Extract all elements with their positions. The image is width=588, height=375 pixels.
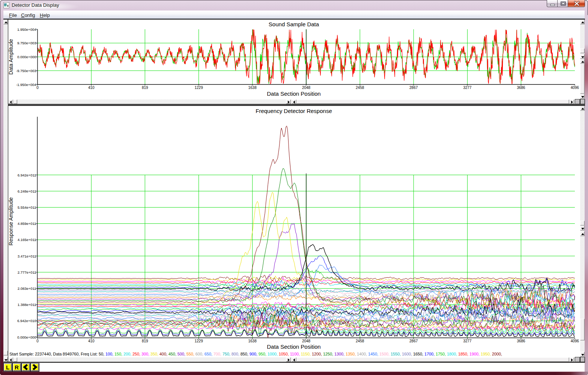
svg-text:410: 410	[88, 339, 95, 343]
svg-text:1638: 1638	[248, 86, 257, 90]
svg-text:819: 819	[142, 86, 148, 90]
svg-text:1.388e+011: 1.388e+011	[18, 303, 36, 307]
svg-text:2.777e+011: 2.777e+011	[18, 270, 36, 274]
svg-text:2867: 2867	[409, 339, 418, 343]
svg-text:3686: 3686	[517, 339, 525, 343]
svg-text:6.248e+011: 6.248e+011	[18, 189, 36, 193]
svg-text:6.942e+010: 6.942e+010	[17, 319, 36, 323]
svg-text:1638: 1638	[248, 339, 257, 343]
svg-text:-1.950e+004: -1.950e+004	[16, 83, 36, 87]
svg-text:1229: 1229	[194, 339, 203, 343]
svg-text:5.554e+011: 5.554e+011	[18, 205, 36, 209]
svg-text:2.083e+011: 2.083e+011	[18, 286, 36, 291]
svg-text:3.471e+011: 3.471e+011	[18, 254, 36, 258]
svg-text:1.950e+004: 1.950e+004	[17, 27, 36, 32]
svg-text:6.942e+011: 6.942e+011	[18, 173, 36, 177]
svg-text:2867: 2867	[409, 86, 418, 90]
svg-text:410: 410	[88, 86, 95, 90]
svg-text:0: 0	[36, 86, 39, 90]
svg-text:3686: 3686	[517, 86, 525, 90]
svg-text:-9.750e+003: -9.750e+003	[16, 69, 36, 73]
svg-text:Response Amplitude: Response Amplitude	[8, 197, 14, 246]
svg-text:4096: 4096	[571, 86, 579, 90]
svg-text:Data Amplitude: Data Amplitude	[8, 39, 14, 75]
svg-text:Data Section Position: Data Section Position	[267, 90, 320, 97]
svg-text:Data Section Position: Data Section Position	[267, 343, 320, 350]
svg-text:9.750e+003: 9.750e+003	[17, 41, 36, 45]
svg-text:0.000e+000: 0.000e+000	[17, 55, 36, 59]
svg-text:2048: 2048	[302, 339, 311, 343]
svg-text:2458: 2458	[356, 86, 364, 90]
svg-text:0: 0	[36, 339, 39, 343]
svg-text:4096: 4096	[571, 339, 579, 343]
svg-text:2048: 2048	[302, 86, 311, 90]
svg-text:1229: 1229	[194, 86, 203, 90]
svg-text:Sound Sample Data: Sound Sample Data	[269, 21, 319, 27]
svg-text:4.165e+011: 4.165e+011	[18, 238, 36, 242]
svg-text:4.859e+011: 4.859e+011	[18, 221, 36, 226]
svg-text:0.000e+000: 0.000e+000	[17, 335, 36, 339]
svg-text:3277: 3277	[463, 339, 472, 343]
svg-text:819: 819	[142, 339, 148, 343]
svg-text:2458: 2458	[356, 339, 364, 343]
svg-text:Frequency Detector Response: Frequency Detector Response	[256, 108, 332, 114]
svg-text:3277: 3277	[463, 86, 472, 90]
